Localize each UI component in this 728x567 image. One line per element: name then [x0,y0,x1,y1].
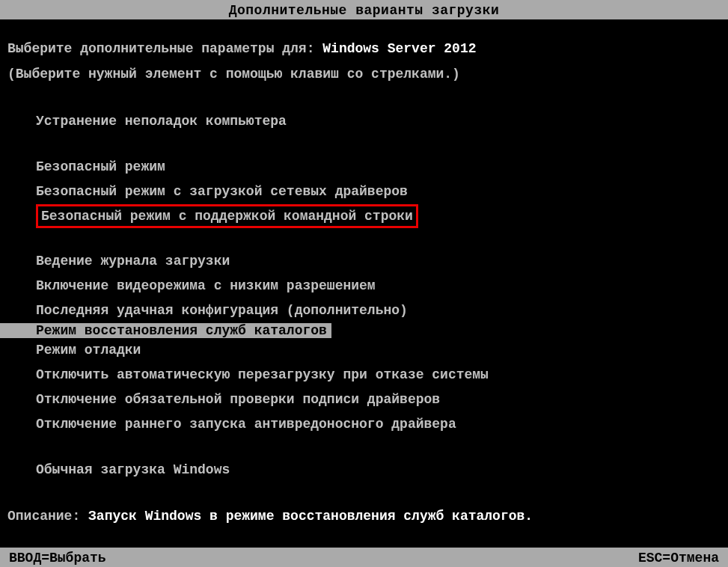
boot-options-list: Устранение неполадок компьютера Безопасн… [0,109,728,482]
prompt-prefix: Выберите дополнительные параметры для: [7,41,322,56]
option-dsrm[interactable]: Режим восстановления служб каталогов [0,323,728,338]
option-safe-mode[interactable]: Безопасный режим [0,155,728,180]
option-disable-driver-sig[interactable]: Отключение обязательной проверки подписи… [0,387,728,412]
option-last-known-good[interactable]: Последняя удачная конфигурация (дополнит… [0,298,728,323]
prompt-hint: (Выберите нужный элемент с помощью клави… [0,61,728,87]
description-label: Описание: [7,509,88,524]
description-line: Описание: Запуск Windows в режиме восста… [0,503,728,529]
os-name: Windows Server 2012 [322,41,476,56]
option-safe-mode-cmd[interactable]: Безопасный режим с поддержкой командной … [0,204,728,228]
option-boot-logging[interactable]: Ведение журнала загрузки [0,249,728,274]
option-debug[interactable]: Режим отладки [0,338,728,363]
selected-option: Режим восстановления служб каталогов [0,323,331,338]
highlighted-option: Безопасный режим с поддержкой командной … [36,204,418,228]
enter-hint: ВВОД=Выбрать [9,551,106,566]
option-safe-mode-networking[interactable]: Безопасный режим с загрузкой сетевых дра… [0,180,728,204]
option-disable-elam[interactable]: Отключение раннего запуска антивредоносн… [0,412,728,437]
description-text: Запуск Windows в режиме восстановления с… [88,509,533,524]
option-repair[interactable]: Устранение неполадок компьютера [0,109,728,134]
title-bar: Дополнительные варианты загрузки [0,0,728,19]
prompt-line: Выберите дополнительные параметры для: W… [0,36,728,61]
option-normal-boot[interactable]: Обычная загрузка Windows [0,458,728,482]
esc-hint: ESC=Отмена [638,551,719,566]
content-area: Выберите дополнительные параметры для: W… [0,19,728,529]
option-disable-auto-restart[interactable]: Отключить автоматическую перезагрузку пр… [0,363,728,387]
title-text: Дополнительные варианты загрузки [229,3,500,18]
footer-bar: ВВОД=Выбрать ESC=Отмена [0,548,728,567]
option-low-res-video[interactable]: Включение видеорежима с низким разрешени… [0,274,728,298]
